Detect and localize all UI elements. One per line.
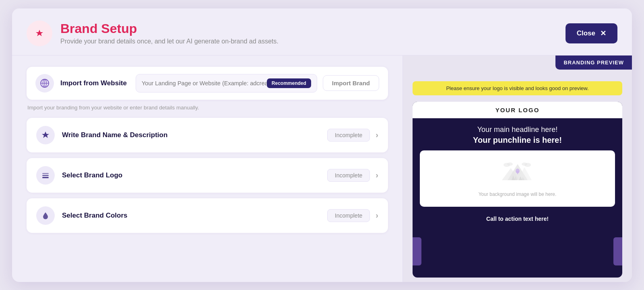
ad-headline: Your main headline here! (477, 125, 557, 134)
svg-rect-5 (42, 173, 49, 174)
header-text-block: Brand Setup Provide your brand details o… (60, 21, 279, 45)
brand-icon-wrap (27, 21, 52, 46)
modal-body: Import from Website Recommended Import B… (12, 56, 632, 282)
step1-status: Incomplete (327, 129, 370, 142)
left-panel: Import from Website Recommended Import B… (12, 56, 402, 282)
import-sub-note: Import your branding from your website o… (27, 105, 388, 111)
preview-notice: Please ensure your logo is visible and l… (413, 81, 622, 95)
ad-left-accent (413, 237, 421, 265)
modal-header: Brand Setup Provide your brand details o… (12, 8, 632, 56)
ad-preview-card: YOUR LOGO Your main headline here! Your … (413, 102, 622, 278)
close-button[interactable]: Close ✕ (566, 23, 617, 43)
step3-status: Incomplete (327, 209, 370, 222)
preview-container: Please ensure your logo is visible and l… (403, 74, 632, 282)
step1-title: Write Brand Name & Description (62, 131, 327, 139)
url-input[interactable] (142, 80, 267, 86)
link-icon (40, 79, 49, 88)
step-brand-colors[interactable]: Select Brand Colors Incomplete › (27, 198, 388, 233)
step3-chevron-icon: › (376, 211, 378, 220)
right-panel: BRANDING PREVIEW Please ensure your logo… (402, 56, 632, 282)
ad-image-placeholder: Your background image will be here. (420, 150, 615, 207)
recommended-badge: Recommended (267, 78, 311, 88)
ad-punchline: Your punchline is here! (473, 136, 562, 145)
step3-title: Select Brand Colors (62, 212, 327, 220)
ad-right-accent (613, 237, 622, 265)
step-brand-logo[interactable]: Select Brand Logo Incomplete › (27, 158, 388, 193)
url-input-wrap[interactable]: Recommended (136, 74, 317, 93)
import-website-row: Import from Website Recommended Import B… (27, 67, 388, 100)
step2-title: Select Brand Logo (62, 171, 327, 179)
step1-icon-wrap (36, 126, 55, 144)
modal-subtitle: Provide your brand details once, and let… (60, 38, 279, 45)
branding-preview-label: BRANDING PREVIEW (555, 56, 632, 70)
ad-bg-text: Your background image will be here. (479, 191, 557, 197)
svg-rect-6 (42, 175, 49, 176)
svg-point-9 (507, 162, 513, 166)
svg-point-11 (522, 162, 527, 166)
svg-rect-7 (42, 177, 49, 178)
import-brand-button[interactable]: Import Brand (323, 75, 379, 91)
step-brand-name[interactable]: Write Brand Name & Description Incomplet… (27, 118, 388, 152)
step2-icon-wrap (36, 166, 55, 185)
close-label: Close (577, 29, 595, 37)
modal-title: Brand Setup (60, 21, 279, 36)
layers-icon (41, 171, 50, 180)
import-from-website-label: Import from Website (60, 79, 127, 87)
step2-status: Incomplete (327, 169, 370, 182)
ad-logo-text: YOUR LOGO (495, 107, 540, 113)
ad-logo-area: YOUR LOGO (413, 102, 622, 118)
step2-chevron-icon: › (376, 171, 378, 180)
droplet-icon (41, 211, 50, 220)
step1-chevron-icon: › (376, 130, 378, 140)
close-icon: ✕ (600, 29, 606, 38)
star-brand-icon (33, 27, 46, 40)
step3-icon-wrap (36, 206, 55, 225)
star-step-icon (41, 131, 50, 140)
ad-content-area: Your main headline here! Your punchline … (413, 118, 622, 278)
ad-cta: Call to action text here! (475, 211, 560, 227)
brand-setup-modal: Brand Setup Provide your brand details o… (12, 8, 632, 282)
placeholder-illustration (500, 160, 536, 188)
link-icon-wrap (35, 74, 54, 93)
